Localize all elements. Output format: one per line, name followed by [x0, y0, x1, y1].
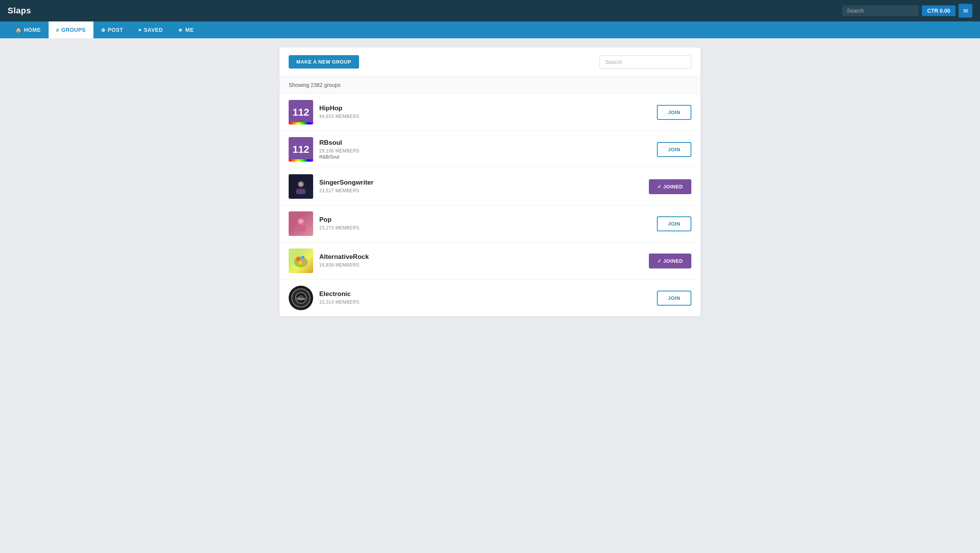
tab-post-label: POST	[108, 27, 123, 33]
group-info: SingerSongwriter 23,517 MEMBERS	[319, 179, 643, 194]
list-item: 112 RBsoul 29,106 MEMBERS R&B/Soul JOIN	[279, 131, 701, 168]
join-button[interactable]: JOIN	[657, 142, 691, 157]
app-logo: Slaps	[8, 6, 31, 16]
svg-text:Silver: Silver	[296, 297, 306, 301]
list-item: Silver Electronic 15,314 MEMBERS JOIN	[279, 280, 701, 316]
group-name: RBsoul	[319, 139, 651, 147]
join-button[interactable]: JOIN	[657, 291, 691, 306]
svg-rect-1	[296, 189, 305, 194]
topbar-right: CTR 0.00 ✉	[842, 4, 972, 18]
svg-point-4	[299, 219, 303, 224]
group-members: 23,517 MEMBERS	[319, 188, 643, 193]
group-name: SingerSongwriter	[319, 179, 643, 187]
mail-button[interactable]: ✉	[959, 4, 972, 18]
group-avatar: Silver	[289, 286, 313, 310]
list-item: AlternativeRock 16,836 MEMBERS ✓ JOINED	[279, 242, 701, 280]
list-item: 112 HipHop 44,923 MEMBERS JOIN	[279, 94, 701, 131]
main-content: MAKE A NEW GROUP Showing 2382 groups 112…	[279, 47, 701, 316]
tab-post[interactable]: ⊕ POST	[93, 21, 131, 38]
topbar: Slaps CTR 0.00 ✉	[0, 0, 980, 21]
saved-icon: ♥	[139, 27, 142, 33]
group-members: 23,273 MEMBERS	[319, 225, 651, 231]
group-avatar: 112	[289, 100, 313, 124]
tab-groups[interactable]: # GROUPS	[49, 21, 93, 38]
group-name: Pop	[319, 216, 651, 224]
group-info: Pop 23,273 MEMBERS	[319, 216, 651, 231]
post-icon: ⊕	[101, 27, 106, 33]
joined-button[interactable]: ✓ JOINED	[649, 179, 691, 194]
group-avatar	[289, 249, 313, 273]
electronic-icon: Silver	[291, 288, 311, 308]
tab-groups-label: GROUPS	[61, 27, 86, 33]
group-members: 16,836 MEMBERS	[319, 262, 643, 268]
tab-me-label: ME	[185, 27, 194, 33]
group-tag: R&B/Soul	[319, 154, 651, 160]
join-button[interactable]: JOIN	[657, 105, 691, 120]
group-members: 44,923 MEMBERS	[319, 114, 651, 119]
list-item: SingerSongwriter 23,517 MEMBERS ✓ JOINED	[279, 168, 701, 205]
group-avatar	[289, 211, 313, 236]
topbar-search-input[interactable]	[842, 5, 919, 16]
rainbow-strip	[289, 159, 313, 162]
groups-search-input[interactable]	[599, 56, 691, 69]
group-name: HipHop	[319, 105, 651, 112]
tab-home[interactable]: 🏠 HOME	[8, 21, 49, 38]
group-name: AlternativeRock	[319, 253, 643, 261]
group-info: Electronic 15,314 MEMBERS	[319, 290, 651, 306]
group-avatar	[289, 174, 313, 199]
tab-me[interactable]: ★ ME	[170, 21, 201, 38]
svg-point-2	[299, 182, 303, 186]
group-info: HipHop 44,923 MEMBERS	[319, 105, 651, 120]
alt-icon	[291, 251, 310, 270]
group-list: 112 HipHop 44,923 MEMBERS JOIN 112 RBsou…	[279, 94, 701, 316]
svg-point-7	[296, 257, 301, 261]
group-name: Electronic	[319, 290, 651, 298]
ctr-badge: CTR 0.00	[922, 5, 956, 16]
group-members: 29,106 MEMBERS	[319, 148, 651, 154]
make-group-button[interactable]: MAKE A NEW GROUP	[289, 55, 359, 69]
svg-point-10	[302, 260, 305, 264]
nav-tabs: 🏠 HOME # GROUPS ⊕ POST ♥ SAVED ★ ME	[0, 21, 980, 38]
groups-icon: #	[56, 27, 59, 33]
group-info: RBsoul 29,106 MEMBERS R&B/Soul	[319, 139, 651, 160]
pop-icon	[293, 216, 309, 231]
tab-saved[interactable]: ♥ SAVED	[131, 21, 171, 38]
svg-point-8	[301, 256, 304, 259]
me-icon: ★	[178, 27, 183, 33]
home-icon: 🏠	[15, 27, 22, 33]
group-avatar: 112	[289, 137, 313, 162]
tab-home-label: HOME	[24, 27, 41, 33]
join-button[interactable]: JOIN	[657, 216, 691, 231]
singer-icon	[293, 179, 309, 194]
showing-count: Showing 2382 groups	[279, 77, 701, 94]
svg-rect-5	[296, 226, 305, 231]
tab-saved-label: SAVED	[144, 27, 163, 33]
toolbar-row: MAKE A NEW GROUP	[279, 47, 701, 77]
group-members: 15,314 MEMBERS	[319, 299, 651, 305]
rainbow-strip	[289, 122, 313, 124]
list-item: Pop 23,273 MEMBERS JOIN	[279, 205, 701, 242]
svg-point-9	[299, 261, 302, 265]
joined-button[interactable]: ✓ JOINED	[649, 254, 691, 268]
group-info: AlternativeRock 16,836 MEMBERS	[319, 253, 643, 268]
